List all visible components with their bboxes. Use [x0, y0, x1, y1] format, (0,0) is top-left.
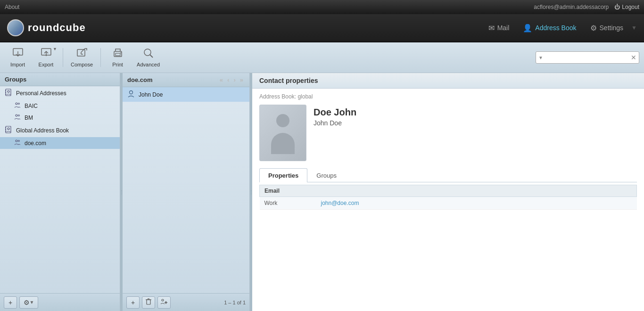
search-dropdown-arrow[interactable]: ▼ — [538, 55, 543, 60]
group-icon-bm — [14, 114, 21, 122]
avatar-body — [271, 133, 295, 154]
sidebar-item-personal-addresses[interactable]: Personal Addresses — [0, 86, 120, 100]
sidebar-footer: + ⚙ ▼ — [0, 293, 120, 311]
svg-point-20 — [16, 115, 17, 116]
properties-panel: Contact properties Address Book: global … — [252, 73, 644, 311]
topbar: About acflores@admin.addessacorp ⏻ Logou… — [0, 0, 644, 14]
contact-item-john-doe[interactable]: John Doe — [123, 87, 249, 102]
address-book-label: Address Book: global — [259, 93, 637, 100]
contacts-header-label: doe.com — [127, 76, 152, 83]
contact-icon — [127, 90, 135, 99]
search-input[interactable] — [545, 54, 631, 61]
nav-first-button[interactable]: « — [218, 76, 224, 84]
addressbook-icon: 👤 — [523, 24, 532, 33]
compose-label: Compose — [71, 62, 93, 67]
add-to-group-button[interactable] — [157, 296, 171, 309]
export-button[interactable]: Export ▼ — [33, 45, 59, 71]
props-row-work-email: Work john@doe.com — [260, 197, 637, 210]
header: roundcube ✉ Mail 👤 Address Book ⚙ Settin… — [0, 14, 644, 42]
nav-settings[interactable]: ⚙ Settings — [585, 21, 629, 35]
print-label: Print — [112, 62, 123, 67]
contact-name: John Doe — [139, 91, 163, 98]
sidebar-item-baic[interactable]: BAIC — [0, 100, 120, 112]
svg-point-28 — [18, 140, 20, 142]
export-dropdown-arrow: ▼ — [53, 47, 57, 51]
contact-display-name: Doe John — [314, 107, 356, 118]
tab-groups[interactable]: Groups — [307, 168, 346, 182]
svg-point-27 — [16, 140, 17, 142]
group-settings-button[interactable]: ⚙ ▼ — [19, 296, 38, 309]
nav-next-button[interactable]: › — [232, 76, 237, 84]
sidebar-item-global-address-book[interactable]: Global Address Book — [0, 123, 120, 137]
contacts-nav: « ‹ › » — [218, 76, 245, 84]
toolbar: Import Export ▼ Compose — [0, 42, 644, 73]
email-section-label: Email — [260, 185, 637, 197]
nav-prev-button[interactable]: ‹ — [226, 76, 231, 84]
group-icon-baic — [14, 102, 21, 110]
props-tabs: Properties Groups — [259, 168, 637, 182]
plus-icon-contacts: + — [131, 299, 135, 306]
props-section-email: Email — [260, 185, 637, 197]
group-add-icon — [160, 298, 168, 306]
svg-point-19 — [18, 103, 20, 105]
avatar-figure — [269, 112, 297, 154]
email-link: john@doe.com — [321, 200, 359, 206]
contact-info: Doe John John Doe — [259, 105, 637, 161]
sidebar-item-doecom[interactable]: doe.com — [0, 137, 120, 149]
nav-last-button[interactable]: » — [239, 76, 245, 84]
search-box[interactable]: ▼ ✕ — [536, 51, 639, 64]
nav-arrow: ▼ — [631, 25, 637, 31]
logo-text: roundcube — [28, 22, 86, 34]
delete-contact-button[interactable] — [142, 296, 155, 309]
svg-point-17 — [8, 90, 9, 92]
gear-icon: ⚙ — [24, 299, 30, 306]
main-area: Groups Personal Addresses BAIC BM — [0, 73, 644, 311]
settings-icon: ⚙ — [590, 24, 597, 33]
sidebar-item-bm[interactable]: BM — [0, 112, 120, 123]
svg-point-33 — [162, 299, 164, 301]
sidebar-content: Personal Addresses BAIC BM Global Addres… — [0, 86, 120, 293]
svg-point-21 — [18, 115, 20, 116]
mail-icon: ✉ — [488, 24, 495, 33]
add-contact-button[interactable]: + — [126, 296, 140, 309]
svg-rect-30 — [147, 300, 150, 304]
props-table: Email Work john@doe.com — [259, 185, 637, 210]
group-icon-doecom — [14, 139, 21, 147]
svg-line-5 — [81, 49, 85, 52]
print-icon — [112, 48, 124, 60]
advanced-button[interactable]: Advanced — [133, 45, 164, 71]
address-book-icon — [5, 89, 12, 98]
plus-icon: + — [8, 299, 12, 306]
avatar-head — [276, 114, 289, 127]
search-clear-icon[interactable]: ✕ — [631, 54, 636, 61]
compose-button[interactable]: Compose — [67, 45, 97, 71]
contacts-list: John Doe — [123, 87, 249, 293]
svg-rect-9 — [116, 53, 120, 56]
add-group-button[interactable]: + — [4, 296, 17, 309]
toolbar-separator-1 — [63, 48, 63, 67]
work-email-value[interactable]: john@doe.com — [316, 197, 637, 210]
svg-point-10 — [120, 52, 121, 53]
sidebar: Groups Personal Addresses BAIC BM — [0, 73, 120, 311]
contacts-panel: doe.com « ‹ › » John Doe + — [123, 73, 250, 311]
contacts-count: 1 – 1 of 1 — [224, 300, 246, 305]
sidebar-item-label: Personal Addresses — [16, 90, 66, 97]
svg-point-18 — [16, 103, 17, 105]
nav-mail[interactable]: ✉ Mail — [483, 21, 515, 35]
svg-point-11 — [144, 49, 151, 56]
tab-properties[interactable]: Properties — [259, 168, 307, 182]
export-icon — [41, 48, 52, 60]
import-button[interactable]: Import — [5, 45, 31, 71]
logout-button[interactable]: ⏻ Logout — [614, 4, 639, 10]
nav-links: ✉ Mail 👤 Address Book ⚙ Settings ▼ — [483, 21, 637, 35]
contact-full-name: John Doe — [314, 119, 356, 127]
user-label: acflores@admin.addessacorp — [534, 4, 609, 10]
print-button[interactable]: Print — [105, 45, 131, 71]
about-label[interactable]: About — [5, 4, 19, 10]
sidebar-item-label-global: Global Address Book — [16, 127, 69, 134]
sidebar-item-label-bm: BM — [25, 115, 33, 121]
nav-addressbook[interactable]: 👤 Address Book — [517, 21, 582, 35]
compose-icon — [76, 48, 88, 60]
power-icon: ⏻ — [614, 4, 620, 10]
sidebar-item-label-baic: BAIC — [25, 103, 38, 109]
